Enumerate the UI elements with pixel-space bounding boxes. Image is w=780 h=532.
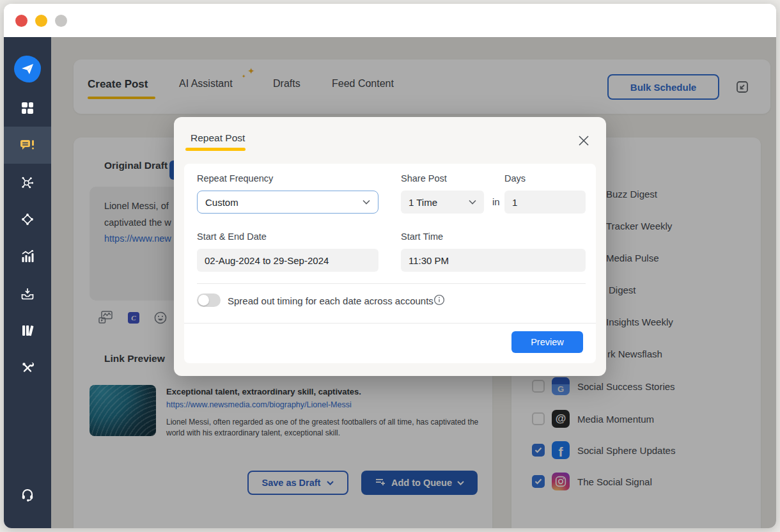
sidebar-item-dashboard[interactable] (4, 90, 51, 127)
repeat-frequency-value: Custom (205, 197, 238, 208)
in-label: in (492, 196, 500, 207)
sidebar-item-tools[interactable] (4, 349, 51, 386)
spread-timing-label: Spread out timing for each date across a… (228, 295, 433, 306)
days-input[interactable]: 1 (504, 191, 586, 214)
repeat-frequency-select[interactable]: Custom (197, 191, 378, 214)
start-time-label: Start Time (401, 231, 443, 242)
divider (197, 283, 586, 284)
tools-icon (20, 361, 35, 375)
modal-title-underline (185, 148, 246, 151)
diamond-nodes-icon (20, 212, 35, 226)
titlebar (4, 4, 776, 37)
close-icon (576, 133, 591, 148)
date-range-label: Start & End Date (197, 231, 267, 242)
divider (184, 323, 596, 324)
library-books-icon (20, 324, 35, 338)
start-time-value: 11:30 PM (409, 255, 449, 266)
chevron-down-icon (469, 199, 476, 205)
sidebar-item-network[interactable] (4, 164, 51, 201)
sidebar-item-library[interactable] (4, 312, 51, 349)
share-network-icon (20, 175, 35, 189)
repeat-frequency-label: Repeat Frequency (197, 173, 273, 184)
paper-plane-logo-icon (14, 56, 41, 82)
inbox-download-icon (20, 286, 35, 301)
share-post-value: 1 Time (409, 197, 437, 208)
date-range-value: 02-Aug-2024 to 29-Sep-2024 (205, 255, 329, 266)
main-content: Create Post AI Assistant ✦ ✦ Drafts Feed… (51, 37, 776, 528)
modal-title: Repeat Post (191, 132, 245, 144)
sidebar-item-inbox[interactable] (4, 275, 51, 312)
close-window-button[interactable] (15, 15, 27, 27)
repeat-post-modal: Repeat Post Repeat Frequency Custom Shar… (174, 117, 606, 376)
sidebar-item-posts-active[interactable] (4, 127, 51, 164)
headset-icon (20, 487, 35, 502)
toggle-knob (198, 295, 209, 306)
chat-alert-icon (20, 138, 35, 152)
bar-chart-icon (20, 249, 35, 263)
preview-button[interactable]: Preview (511, 331, 583, 353)
info-icon[interactable] (433, 294, 445, 308)
date-range-input[interactable]: 02-Aug-2024 to 29-Sep-2024 (197, 249, 378, 272)
start-time-input[interactable]: 11:30 PM (401, 249, 586, 272)
sidebar-item-analytics[interactable] (4, 238, 51, 275)
share-post-label: Share Post (401, 173, 447, 184)
traffic-lights (15, 15, 67, 27)
chevron-down-icon (363, 199, 370, 205)
app-logo[interactable] (4, 49, 51, 90)
days-value: 1 (512, 197, 517, 208)
dashboard-icon (20, 101, 35, 115)
maximize-window-button[interactable] (55, 15, 67, 27)
sidebar (4, 37, 51, 528)
modal-close-button[interactable] (575, 132, 593, 150)
spread-timing-toggle[interactable] (197, 293, 221, 307)
sidebar-item-support[interactable] (4, 476, 51, 513)
modal-body: Repeat Frequency Custom Share Post 1 Tim… (184, 164, 596, 363)
app-window: Create Post AI Assistant ✦ ✦ Drafts Feed… (4, 4, 776, 528)
days-label: Days (504, 173, 526, 184)
sidebar-item-target[interactable] (4, 201, 51, 238)
share-post-select[interactable]: 1 Time (401, 191, 484, 214)
minimize-window-button[interactable] (35, 15, 47, 27)
